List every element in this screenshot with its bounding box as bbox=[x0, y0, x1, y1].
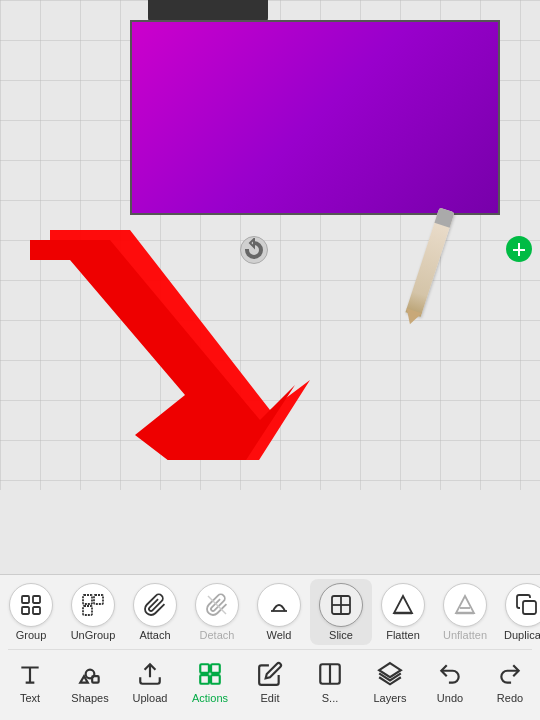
svg-rect-7 bbox=[83, 595, 92, 604]
undo-button[interactable]: Undo bbox=[420, 654, 480, 708]
svg-rect-21 bbox=[92, 676, 99, 683]
slice-icon bbox=[319, 583, 363, 627]
stylus-pencil bbox=[405, 208, 454, 318]
undo-icon bbox=[434, 658, 466, 690]
redo-icon bbox=[494, 658, 526, 690]
shapes-icon bbox=[74, 658, 106, 690]
svg-rect-5 bbox=[22, 607, 29, 614]
ungroup-button[interactable]: UnGroup bbox=[62, 579, 124, 645]
flatten-icon bbox=[381, 583, 425, 627]
slice2-icon bbox=[314, 658, 346, 690]
top-toolbar-row: Group UnGroup Attach bbox=[0, 575, 540, 649]
slice2-button[interactable]: S... bbox=[300, 654, 360, 708]
layers-icon bbox=[374, 658, 406, 690]
edit-icon bbox=[254, 658, 286, 690]
weld-icon bbox=[257, 583, 301, 627]
svg-rect-26 bbox=[211, 675, 220, 684]
bottom-toolbar-row: Text Shapes Upload bbox=[0, 650, 540, 712]
shapes-button[interactable]: Shapes bbox=[60, 654, 120, 708]
toolbar-container: Group UnGroup Attach bbox=[0, 574, 540, 720]
slice-button[interactable]: Slice bbox=[310, 579, 372, 645]
svg-rect-25 bbox=[200, 675, 209, 684]
svg-rect-23 bbox=[200, 664, 209, 673]
detach-icon bbox=[195, 583, 239, 627]
attach-button[interactable]: Attach bbox=[124, 579, 186, 645]
svg-rect-9 bbox=[83, 606, 92, 615]
svg-rect-4 bbox=[33, 596, 40, 603]
unflatten-icon bbox=[443, 583, 487, 627]
actions-icon bbox=[194, 658, 226, 690]
dark-top-element bbox=[148, 0, 268, 22]
flatten-button[interactable]: Flatten bbox=[372, 579, 434, 645]
group-button[interactable]: Group bbox=[0, 579, 62, 645]
edit-button[interactable]: Edit bbox=[240, 654, 300, 708]
unflatten-button[interactable]: Unflatten bbox=[434, 579, 496, 645]
svg-marker-14 bbox=[394, 596, 412, 613]
text-icon bbox=[14, 658, 46, 690]
svg-line-10 bbox=[208, 596, 226, 614]
svg-rect-24 bbox=[211, 664, 220, 673]
upload-icon bbox=[134, 658, 166, 690]
layers-button[interactable]: Layers bbox=[360, 654, 420, 708]
svg-rect-8 bbox=[94, 595, 103, 604]
selection-handle[interactable] bbox=[506, 236, 532, 262]
attach-icon bbox=[133, 583, 177, 627]
actions-button[interactable]: Actions bbox=[180, 654, 240, 708]
svg-rect-19 bbox=[523, 601, 536, 614]
purple-rectangle[interactable] bbox=[130, 20, 500, 215]
canvas-area bbox=[0, 0, 540, 490]
text-button[interactable]: Text bbox=[0, 654, 60, 708]
svg-rect-6 bbox=[33, 607, 40, 614]
duplicate-button[interactable]: Duplicate bbox=[496, 579, 540, 645]
svg-rect-3 bbox=[22, 596, 29, 603]
detach-button[interactable]: Detach bbox=[186, 579, 248, 645]
red-arrow bbox=[20, 230, 340, 460]
weld-button[interactable]: Weld bbox=[248, 579, 310, 645]
duplicate-icon bbox=[505, 583, 540, 627]
svg-marker-16 bbox=[456, 596, 474, 613]
upload-button[interactable]: Upload bbox=[120, 654, 180, 708]
ungroup-icon bbox=[71, 583, 115, 627]
redo-button[interactable]: Redo bbox=[480, 654, 540, 708]
group-icon bbox=[9, 583, 53, 627]
